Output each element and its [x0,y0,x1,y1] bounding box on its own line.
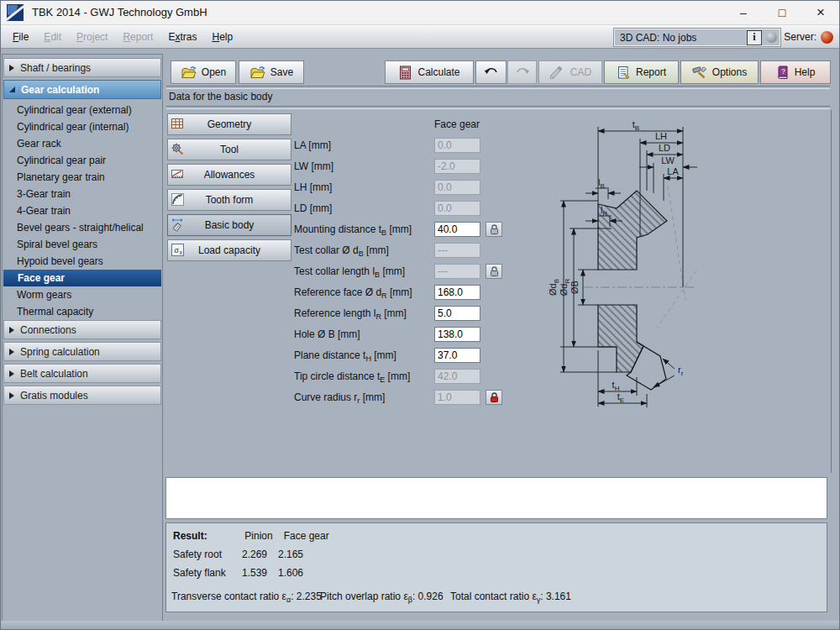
cad-indicator-icon [766,32,777,43]
cad-status-text: 3D CAD: No jobs [620,32,696,44]
server-label: Server: [784,31,816,43]
results-panel: Result: Pinion Face gear Safety root2.26… [165,522,827,612]
collapsed-triangle-icon [9,65,14,71]
collapsed-triangle-icon [9,370,14,377]
sidebar-item-hypoid-bevel-gears[interactable]: Hypoid bevel gears [3,253,162,270]
options-button[interactable]: Options [680,60,759,84]
results-header: Result: [173,530,242,542]
menubar: FileEditProjectReportExtrasHelp 3D CAD: … [0,25,840,49]
section-shaft-bearings[interactable]: Shaft / bearings [3,58,161,77]
section-belt-calculation[interactable]: Belt calculation [3,364,161,383]
collapsed-triangle-icon [9,327,14,333]
report-notepad-icon [617,66,631,80]
red-lock-icon[interactable] [486,390,502,405]
statusbar [0,621,840,630]
dim-tH: tH [612,380,620,392]
section-gratis-modules[interactable]: Gratis modules [3,386,161,405]
expanded-triangle-icon [9,87,15,92]
app-logo-icon [7,4,24,21]
field-input-1 [434,159,480,174]
results-col-facegear: Face gear [284,530,334,542]
sidebar-item-face-gear[interactable]: Face gear [3,270,161,286]
basic-body-button[interactable]: Basic body [167,214,291,236]
gray-lock-icon[interactable] [486,222,502,237]
field-input-11 [434,369,480,384]
sidebar-item-planetary-gear-train[interactable]: Planetary gear train [3,169,162,186]
sidebar-item-4-gear-train[interactable]: 4-Gear train [3,202,162,219]
save-button[interactable]: Save [239,60,304,84]
field-label-2: LH [mm] [294,181,435,193]
cad-pencil-icon [549,66,565,79]
section-spring-calculation[interactable]: Spring calculation [3,342,161,361]
dim-rr: rr [678,365,684,377]
field-label-7: Reference face Ø dR [mm] [294,286,435,298]
sidebar-item-cylindrical-gear-pair[interactable]: Cylindrical gear pair [3,152,162,169]
svg-text:?: ? [780,67,785,76]
menu-extras[interactable]: Extras [160,29,204,45]
open-button[interactable]: Open [171,60,236,84]
sidebar-item-worm-gears[interactable]: Worm gears [3,286,162,303]
sidebar-item-3-gear-train[interactable]: 3-Gear train [3,186,162,202]
panel-border [831,110,832,473]
sidebar-item-cylindrical-gear-external[interactable]: Cylindrical gear (external) [3,102,162,118]
sidebar-item-cylindrical-gear-internal[interactable]: Cylindrical gear (internal) [3,118,162,135]
open-folder-icon [181,66,197,80]
maximize-button[interactable]: □ [763,0,801,25]
ratio-0: Transverse contact ratio εα: 2.235 [171,591,322,602]
result-row-safety-root: Safety root2.2692.165 [173,549,314,560]
dim-tE: tE [617,391,624,404]
field-input-0 [434,138,480,153]
window-title: TBK 2014 - GWJ Technology GmbH [32,6,207,18]
server-status: Server: [784,25,833,49]
panel-title: Data for the basic body [169,91,272,102]
undo-icon [483,66,500,79]
report-button[interactable]: Report [604,60,679,84]
info-icon[interactable]: i [747,30,762,45]
field-label-12: Curve radius rr [mm] [294,391,435,403]
result-row-safety-flank: Safety flank1.5391.606 [173,567,314,579]
dim-LH: LH [655,131,667,141]
dim-tB: tB [633,119,639,132]
field-input-4[interactable] [434,222,480,237]
field-input-7[interactable] [434,285,480,300]
server-indicator-icon [821,31,833,44]
field-input-6 [434,264,480,279]
sidebar-item-thermal-capacity[interactable]: Thermal capacity [3,303,162,320]
section-connections[interactable]: Connections [3,320,161,339]
results-col-pinion: Pinion [244,530,281,542]
redo-icon [514,66,531,79]
field-input-12 [434,390,480,405]
collapsed-triangle-icon [9,349,14,355]
field-label-3: LD [mm] [294,202,435,214]
allowances-button[interactable]: Allowances [167,164,291,186]
tooth-form-button[interactable]: Tooth form [167,189,291,211]
field-label-0: LA [mm] [294,139,435,151]
field-label-8: Reference length lR [mm] [294,307,435,319]
sidebar-item-bevel-gears-straight-helical[interactable]: Bevel gears - straight/helical [3,219,162,236]
tool-button[interactable]: Tool [167,139,291,160]
field-label-5: Test collar Ø dB [mm] [294,244,435,256]
menu-file[interactable]: File [5,29,36,45]
load-capacity-button[interactable]: σxLoad capacity [167,239,291,261]
gray-lock-icon[interactable] [486,264,502,279]
field-input-3 [434,201,480,216]
column-header-face-gear: Face gear [434,118,480,130]
sidebar-item-gear-rack[interactable]: Gear rack [3,135,162,152]
field-input-8[interactable] [434,306,480,321]
geometry-button[interactable]: Geometry [167,113,291,135]
minimize-button[interactable]: – [724,0,763,25]
undo-button[interactable] [475,60,507,84]
field-label-10: Plane distance tH [mm] [294,349,435,361]
menu-help[interactable]: Help [204,29,240,45]
calculator-icon [398,66,412,80]
help-button[interactable]: ? Help [760,60,831,84]
ratio-2: Total contact ratio εγ: 3.161 [450,591,571,602]
close-button[interactable]: × [801,0,840,25]
field-input-5 [434,243,480,258]
calculate-button[interactable]: Calculate [385,60,474,84]
section-gear-calculation[interactable]: Gear calculation [3,80,161,99]
notes-area[interactable] [165,477,827,519]
field-input-9[interactable] [434,327,480,342]
sidebar-item-spiral-bevel-gears[interactable]: Spiral bevel gears [3,236,162,253]
field-input-10[interactable] [434,348,480,363]
